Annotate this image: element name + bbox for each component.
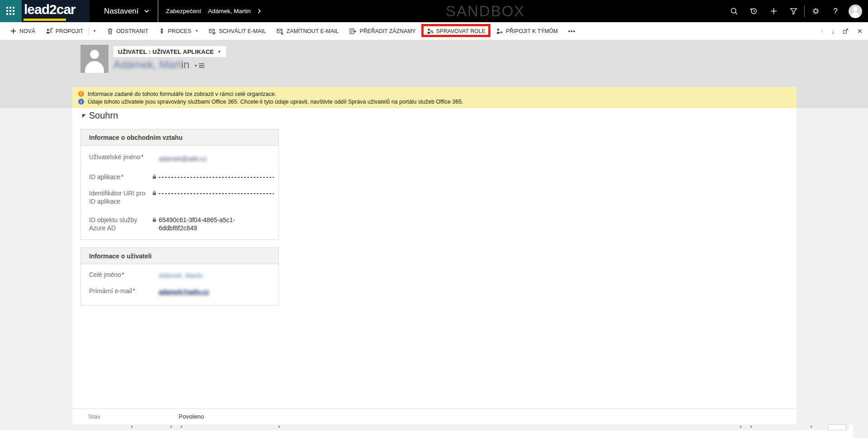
plus-icon [10, 28, 17, 34]
user-info-header: Informace o uživateli [81, 248, 278, 264]
chevron-down-icon: ▼ [195, 29, 198, 33]
entity-type-label: UŽIVATEL : UŽIVATEL APLIKACE [118, 48, 214, 55]
status-value: Povoleno [179, 413, 204, 420]
info-icon: i [78, 99, 84, 105]
record-name-visible: in [181, 58, 189, 71]
more-commands-button[interactable]: ••• [568, 28, 576, 34]
join-teams-button[interactable]: PŘIPOJIT K TÝMŮM [496, 28, 558, 35]
split-divider [89, 28, 89, 35]
close-icon[interactable]: ✕ [857, 27, 863, 35]
user-avatar[interactable] [845, 0, 865, 22]
lock-icon [152, 173, 157, 181]
field-app-id-label: ID aplikace* [89, 173, 150, 181]
app-launcher-button[interactable] [0, 0, 22, 22]
breadcrumb-area[interactable]: Zabezpečení [166, 8, 201, 14]
previous-record-icon[interactable]: ↑ [820, 27, 824, 35]
field-primary-email-value[interactable]: adamek@adiv.cz [159, 288, 209, 296]
settings-gear-icon[interactable] [806, 0, 826, 22]
footer-artifact [811, 426, 812, 428]
next-record-icon[interactable]: ↓ [831, 27, 835, 35]
record-avatar[interactable] [80, 45, 108, 73]
manage-roles-button[interactable]: SPRAVOVAT ROLE [426, 28, 486, 35]
required-marker: * [133, 288, 135, 294]
brand-logo-text: lead2car [24, 2, 75, 17]
reject-email-button[interactable]: ZAMÍTNOUT E-MAIL [277, 28, 339, 35]
field-app-id-uri-value [159, 189, 274, 197]
lock-icon [152, 216, 157, 224]
warning-text: Informace zadané do tohoto formuláře lze… [88, 91, 276, 97]
reassign-records-icon [349, 28, 357, 35]
command-bar-items: NOVÁ PROPOJIT ▼ ODSTRANI [10, 28, 576, 35]
notification-banner: ! Informace zadané do tohoto formuláře l… [72, 87, 797, 108]
entity-type-dropdown[interactable]: UŽIVATEL : UŽIVATEL APLIKACE ▼ [113, 46, 226, 57]
popout-icon[interactable] [842, 28, 849, 34]
help-icon[interactable]: ? [826, 0, 845, 22]
quick-create-icon[interactable] [764, 0, 783, 22]
warning-icon: ! [78, 91, 84, 97]
link-people-icon [46, 28, 53, 35]
search-icon[interactable] [724, 0, 744, 22]
field-primary-email-label: Primární e-mail* [89, 287, 150, 295]
footer-artifact [750, 426, 752, 428]
reassign-records-button[interactable]: PŘEŘADIT ZÁZNAMY [349, 28, 415, 35]
footer-artifact [278, 426, 280, 428]
new-button[interactable]: NOVÁ [10, 28, 35, 34]
manage-roles-icon [426, 28, 434, 35]
brand-logo[interactable]: lead2car [22, 0, 90, 22]
collapse-triangle-icon: ◤ [82, 114, 86, 118]
page: lead2car Nastavení Zabezpečení Adámek, M… [0, 0, 868, 438]
process-button-label: PROCES [168, 28, 191, 34]
record-name-redacted: Adámek, Mart [113, 58, 181, 71]
help-label: ? [833, 7, 837, 16]
breadcrumb-record[interactable]: Adámek, Martin [208, 8, 251, 14]
record-title: Adámek, Martin ▼ [113, 58, 204, 71]
field-app-id-value [159, 173, 274, 181]
lock-icon [152, 190, 157, 198]
top-navigation-bar: lead2car Nastavení Zabezpečení Adámek, M… [0, 0, 868, 22]
field-azure-object-id-value: 65490c61-3f04-4865-a5c1-6ddbf8f2c849 [159, 216, 235, 232]
record-navigation-controls: ↑ ↓ ✕ [820, 22, 863, 40]
business-info-header: Informace o obchodním vztahu [81, 129, 278, 146]
reject-email-label: ZAMÍTNOUT E-MAIL [287, 28, 339, 34]
delete-button[interactable]: ODSTRANIT [107, 28, 148, 35]
field-azure-object-id-label: ID objektu službyAzure AD [89, 216, 150, 232]
topbar-divider [158, 0, 158, 22]
chevron-right-icon[interactable] [258, 9, 261, 14]
form-selector-button[interactable]: ▼ [194, 63, 204, 68]
nav-area-label: Nastavení [104, 7, 139, 16]
join-teams-label: PŘIPOJIT K TÝMŮM [506, 28, 558, 34]
new-button-label: NOVÁ [19, 28, 35, 34]
scrollbar-corner [853, 424, 868, 438]
field-full-name-label: Celé jméno* [89, 271, 150, 279]
horizontal-scrollbar[interactable] [42, 424, 849, 430]
chevron-down-icon: ▼ [217, 50, 221, 54]
field-app-id-uri-label: Identifikátor URI proID aplikace [89, 189, 150, 205]
join-teams-icon [496, 28, 503, 35]
field-full-name-value[interactable]: Adámek, Martin [159, 271, 203, 280]
footer-artifact [181, 426, 182, 428]
recent-history-icon[interactable] [744, 0, 764, 22]
required-marker: * [142, 154, 144, 160]
info-text: Údaje tohoto uživatele jsou spravovány s… [88, 99, 463, 105]
empty-value-dashes [159, 177, 274, 178]
list-icon [199, 63, 204, 68]
status-label: Stav [88, 413, 100, 420]
footer-artifact [170, 426, 172, 428]
delete-button-label: ODSTRANIT [116, 28, 148, 34]
filter-icon[interactable] [783, 0, 803, 22]
process-button[interactable]: PROCES ▼ [159, 28, 198, 34]
approve-email-button[interactable]: SCHVÁLIT E-MAIL [209, 28, 266, 35]
scrollbar-thumb[interactable] [828, 424, 846, 430]
footer-artifact [131, 426, 132, 428]
field-username-value: adamek@adiv.cz [159, 155, 207, 163]
chevron-down-icon[interactable]: ▼ [93, 29, 96, 33]
nav-area-dropdown[interactable]: Nastavení [104, 0, 149, 22]
footer-artifact [740, 426, 741, 428]
left-margin [0, 108, 72, 430]
section-summary-toggle[interactable]: ◤ Souhrn [82, 110, 118, 121]
notification-info: i Údaje tohoto uživatele jsou spravovány… [78, 98, 797, 105]
approve-email-label: SCHVÁLIT E-MAIL [219, 28, 266, 34]
associate-button[interactable]: PROPOJIT ▼ [46, 28, 96, 35]
chevron-down-icon [144, 10, 149, 13]
process-icon [159, 28, 165, 34]
